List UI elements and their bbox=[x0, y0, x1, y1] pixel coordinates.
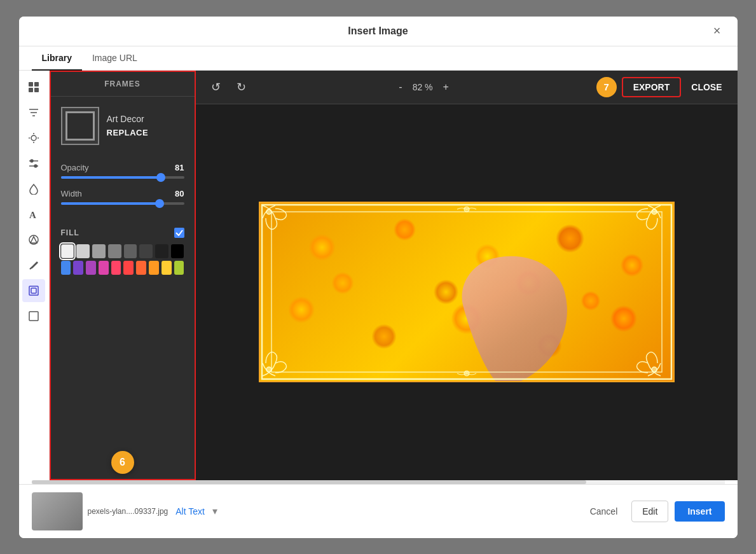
svg-rect-1 bbox=[34, 82, 39, 87]
toolbar-left: ↺ ↻ bbox=[206, 77, 252, 97]
fill-section: FILL bbox=[51, 223, 195, 282]
redo-button[interactable]: ↻ bbox=[231, 77, 252, 97]
opacity-label: Opacity bbox=[61, 163, 89, 172]
image-filename: pexels-ylan....09337.jpg bbox=[88, 507, 168, 516]
sidebar-icon-filter[interactable] bbox=[22, 101, 45, 124]
frame-selected: Art Decor REPLACE bbox=[51, 97, 195, 155]
editor-area: ↺ ↻ - 82 % + 7 bbox=[196, 71, 738, 480]
svg-rect-17 bbox=[31, 288, 36, 293]
sidebar-icon-grid[interactable] bbox=[22, 76, 45, 99]
color-swatch-red[interactable] bbox=[123, 261, 134, 275]
color-swatch-hotpink[interactable] bbox=[111, 261, 121, 275]
image-with-frame bbox=[260, 203, 673, 381]
tab-library[interactable]: Library bbox=[32, 46, 82, 71]
svg-rect-3 bbox=[34, 88, 39, 92]
sidebar-icon-frame[interactable] bbox=[22, 279, 45, 302]
undo-icon: ↺ bbox=[211, 80, 221, 94]
cancel-button[interactable]: Cancel bbox=[582, 501, 626, 522]
tab-image-url[interactable]: Image URL bbox=[82, 46, 148, 71]
replace-button[interactable]: REPLACE bbox=[107, 128, 149, 137]
undo-button[interactable]: ↺ bbox=[206, 77, 226, 97]
svg-rect-16 bbox=[29, 286, 38, 295]
color-swatch-pink[interactable] bbox=[99, 261, 109, 275]
opacity-thumb[interactable] bbox=[156, 173, 165, 182]
fill-checkbox[interactable] bbox=[174, 228, 184, 238]
width-track[interactable] bbox=[61, 202, 184, 205]
color-swatch-black[interactable] bbox=[171, 244, 184, 258]
sidebar-icon-pen[interactable] bbox=[22, 254, 45, 277]
opacity-label-row: Opacity 81 bbox=[61, 163, 184, 172]
sidebar-icon-text[interactable]: A bbox=[22, 203, 45, 226]
color-swatch-amber[interactable] bbox=[149, 261, 159, 275]
opacity-fill bbox=[61, 176, 161, 179]
canvas-area bbox=[196, 104, 738, 480]
svg-rect-18 bbox=[29, 312, 38, 321]
close-editor-button[interactable]: CLOSE bbox=[686, 78, 727, 96]
modal-bottom: pexels-ylan....09337.jpg Alt Text ▾ Canc… bbox=[19, 484, 738, 538]
close-icon: × bbox=[713, 24, 721, 38]
modal-close-button[interactable]: × bbox=[707, 21, 727, 41]
color-swatch-nearblack[interactable] bbox=[155, 244, 168, 258]
color-swatch-lime[interactable] bbox=[174, 261, 184, 275]
color-swatch-gray2[interactable] bbox=[108, 244, 121, 258]
zoom-in-button[interactable]: + bbox=[438, 79, 454, 95]
frames-panel-header: FRAMES bbox=[51, 72, 195, 97]
width-slider-row: Width 80 bbox=[61, 189, 184, 205]
sidebar-icon-droplet[interactable] bbox=[22, 177, 45, 200]
frame-name: Art Decor bbox=[107, 114, 149, 124]
opacity-track[interactable] bbox=[61, 176, 184, 179]
color-swatch-darkgray[interactable] bbox=[139, 244, 153, 258]
insert-button[interactable]: Insert bbox=[675, 501, 724, 522]
svg-rect-2 bbox=[29, 88, 33, 92]
color-swatch-blue[interactable] bbox=[61, 261, 71, 275]
color-swatch-yellow[interactable] bbox=[162, 261, 172, 275]
sidebar-icon-sliders[interactable] bbox=[22, 152, 45, 175]
color-swatch-white[interactable] bbox=[61, 244, 74, 258]
sliders-section: Opacity 81 Width 80 bbox=[51, 155, 195, 223]
color-swatch-gray1[interactable] bbox=[92, 244, 106, 258]
width-fill bbox=[61, 202, 160, 205]
modal-tabs: Library Image URL bbox=[19, 46, 738, 71]
dropdown-arrow[interactable]: ▾ bbox=[212, 505, 217, 517]
step-badge-6: 6 bbox=[111, 451, 134, 474]
sidebar-icon-frame2[interactable] bbox=[22, 305, 45, 328]
color-swatch-orange[interactable] bbox=[136, 261, 146, 275]
sidebar-icons: A bbox=[19, 71, 50, 480]
color-swatch-lightgray[interactable] bbox=[76, 244, 90, 258]
export-button[interactable]: EXPORT bbox=[622, 77, 682, 97]
modal-title: Insert Image bbox=[348, 25, 408, 37]
thumbnail-area: pexels-ylan....09337.jpg bbox=[32, 492, 168, 530]
color-swatch-purple[interactable] bbox=[73, 261, 83, 275]
alt-text-link[interactable]: Alt Text bbox=[175, 506, 205, 516]
bottom-left: pexels-ylan....09337.jpg Alt Text ▾ bbox=[32, 492, 217, 530]
sidebar-icon-brightness[interactable] bbox=[22, 127, 45, 149]
scrollbar-thumb[interactable] bbox=[32, 480, 586, 484]
image-thumbnail bbox=[32, 492, 83, 530]
frame-info: Art Decor REPLACE bbox=[107, 114, 149, 137]
svg-point-10 bbox=[31, 160, 33, 162]
modal-overlay: Insert Image × Library Image URL bbox=[0, 0, 756, 554]
bottom-right: Cancel Edit Insert bbox=[582, 501, 725, 522]
insert-image-modal: Insert Image × Library Image URL bbox=[19, 17, 738, 538]
zoom-out-button[interactable]: - bbox=[394, 79, 407, 95]
svg-point-4 bbox=[31, 135, 36, 141]
opacity-value: 81 bbox=[175, 163, 184, 172]
horizontal-scrollbar[interactable] bbox=[32, 480, 725, 484]
modal-body: A bbox=[19, 71, 738, 480]
width-thumb[interactable] bbox=[155, 199, 164, 208]
width-label-row: Width 80 bbox=[61, 189, 184, 198]
width-value: 80 bbox=[175, 189, 184, 198]
svg-text:A: A bbox=[29, 210, 36, 220]
frame-thumb-inner bbox=[65, 111, 95, 141]
svg-point-12 bbox=[34, 165, 37, 167]
modal-header: Insert Image × bbox=[19, 17, 738, 46]
frame-image bbox=[260, 203, 673, 381]
color-row-colors bbox=[61, 261, 184, 275]
edit-button[interactable]: Edit bbox=[631, 501, 668, 522]
color-swatch-gray3[interactable] bbox=[124, 244, 137, 258]
color-row-grays bbox=[61, 244, 184, 258]
redo-icon: ↻ bbox=[237, 80, 246, 94]
color-grid bbox=[61, 244, 184, 275]
sidebar-icon-shape[interactable] bbox=[22, 228, 45, 251]
color-swatch-violet[interactable] bbox=[86, 261, 96, 275]
